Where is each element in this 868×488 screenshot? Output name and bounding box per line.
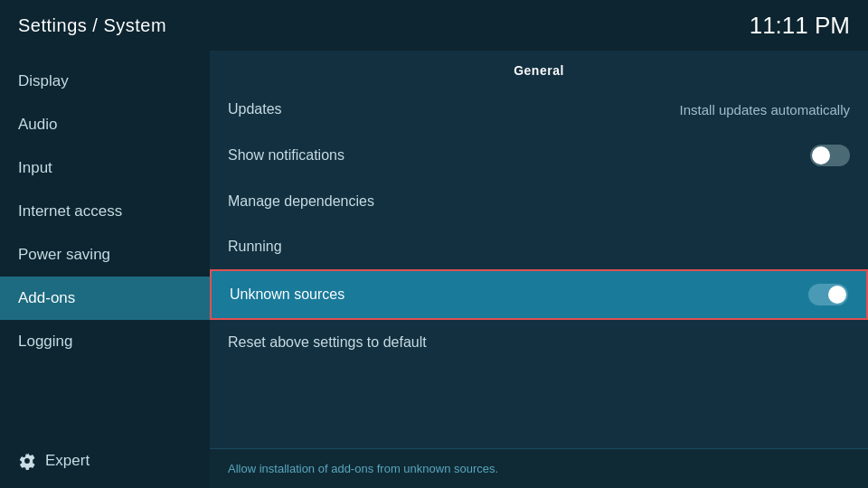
- content-area: General Updates Install updates automati…: [210, 51, 868, 488]
- gear-icon: [18, 452, 36, 470]
- status-text: Allow installation of add-ons from unkno…: [228, 462, 498, 475]
- settings-row-label-show-notifications: Show notifications: [228, 147, 344, 164]
- settings-row-value-updates: Install updates automatically: [680, 102, 850, 117]
- settings-row-label-updates: Updates: [228, 101, 282, 117]
- settings-row-unknown-sources[interactable]: Unknown sources: [210, 269, 868, 320]
- sidebar-item-add-ons[interactable]: Add-ons: [0, 277, 210, 320]
- sidebar: Display Audio Input Internet access Powe…: [0, 51, 210, 488]
- header: Settings / System 11:11 PM: [0, 0, 868, 51]
- toggle-knob-show-notifications: [812, 146, 830, 164]
- sidebar-item-internet-access[interactable]: Internet access: [0, 190, 210, 233]
- sidebar-item-label-display: Display: [18, 72, 69, 90]
- sidebar-item-audio[interactable]: Audio: [0, 103, 210, 146]
- toggle-unknown-sources[interactable]: [808, 284, 848, 305]
- settings-row-label-reset-settings: Reset above settings to default: [228, 334, 427, 351]
- sidebar-item-display[interactable]: Display: [0, 60, 210, 103]
- sidebar-item-label-add-ons: Add-ons: [18, 289, 75, 307]
- header-title: Settings / System: [18, 15, 166, 36]
- sidebar-item-label-logging: Logging: [18, 333, 73, 351]
- sidebar-item-power-saving[interactable]: Power saving: [0, 233, 210, 277]
- sidebar-item-expert[interactable]: Expert: [0, 439, 210, 488]
- settings-row-label-manage-dependencies: Manage dependencies: [228, 193, 374, 210]
- settings-row-running[interactable]: Running: [210, 224, 868, 269]
- main-content: Display Audio Input Internet access Powe…: [0, 51, 868, 488]
- status-bar: Allow installation of add-ons from unkno…: [210, 448, 868, 488]
- sidebar-item-label-power-saving: Power saving: [18, 246, 110, 264]
- sidebar-item-input[interactable]: Input: [0, 146, 210, 190]
- settings-row-updates[interactable]: Updates Install updates automatically: [210, 87, 868, 132]
- content-scroll: General Updates Install updates automati…: [210, 51, 868, 448]
- toggle-knob-unknown-sources: [828, 286, 846, 304]
- settings-row-reset-settings[interactable]: Reset above settings to default: [210, 320, 868, 365]
- sidebar-item-logging[interactable]: Logging: [0, 320, 210, 363]
- sidebar-item-label-input: Input: [18, 159, 52, 177]
- app-container: Settings / System 11:11 PM Display Audio…: [0, 0, 868, 488]
- sidebar-divider: [0, 363, 210, 439]
- settings-row-label-unknown-sources: Unknown sources: [230, 286, 344, 303]
- settings-row-label-running: Running: [228, 239, 282, 255]
- settings-row-show-notifications[interactable]: Show notifications: [210, 132, 868, 179]
- section-header: General: [210, 51, 868, 87]
- sidebar-item-label-audio: Audio: [18, 116, 57, 134]
- settings-row-manage-dependencies[interactable]: Manage dependencies: [210, 179, 868, 224]
- expert-label: Expert: [45, 452, 90, 470]
- header-time: 11:11 PM: [750, 12, 850, 40]
- toggle-show-notifications[interactable]: [810, 145, 850, 166]
- sidebar-item-label-internet-access: Internet access: [18, 202, 122, 221]
